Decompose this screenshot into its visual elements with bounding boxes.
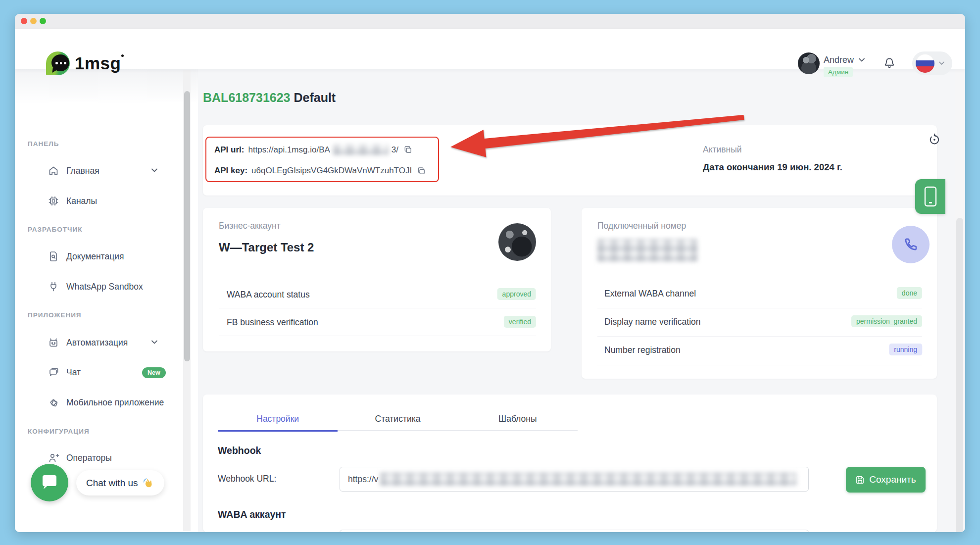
user-avatar[interactable]	[798, 52, 820, 74]
smartphone-icon	[923, 186, 938, 207]
api-key-label: API key:	[214, 166, 247, 176]
chat-with-us-button[interactable]: Chat with us	[76, 470, 164, 495]
api-key-row: API key: u6qOLEgGIsipsVG4GkDWaVnWTzuhTOJ…	[214, 166, 426, 176]
divider	[219, 336, 536, 336]
logo[interactable]: 1msg	[46, 50, 121, 76]
tab-statistics[interactable]: Статистика	[338, 410, 457, 430]
page-scrollbar-thumb[interactable]	[956, 218, 963, 532]
chevron-down-icon[interactable]	[858, 57, 865, 62]
logo-text: 1msg	[75, 53, 121, 73]
sidebar-scrollbar[interactable]	[183, 70, 191, 531]
chevron-down-icon	[938, 61, 945, 65]
channel-status: Активный	[703, 145, 742, 155]
minimize-button[interactable]	[30, 18, 37, 24]
status-badge: verified	[504, 316, 536, 328]
user-role-badge: Админ	[824, 67, 853, 77]
sidebar-item-label: Документация	[66, 251, 124, 262]
chip-icon	[48, 195, 59, 207]
history-icon[interactable]	[928, 133, 941, 147]
sidebar-item-label: Автоматизация	[66, 338, 128, 348]
status-badge: permission_granted	[851, 315, 922, 327]
status-badge: approved	[497, 288, 536, 300]
sidebar-section-configuration: КОНФИГУРАЦИЯ	[28, 428, 90, 435]
language-selector[interactable]	[912, 51, 952, 75]
business-account-label: Бизнес-аккаунт	[219, 221, 281, 231]
sidebar-item-label: WhatsApp Sandbox	[66, 282, 143, 292]
api-url-value-end: 3/	[392, 145, 398, 155]
waba-section-title: WABA аккаунт	[218, 509, 286, 520]
user-name[interactable]: Andrew	[824, 55, 854, 65]
chat-launcher-button[interactable]	[31, 464, 68, 501]
sidebar-item-label: Операторы	[66, 453, 112, 463]
sidebar-item-label: Мобильное приложение	[66, 397, 164, 408]
divider	[219, 308, 536, 308]
copy-icon[interactable]	[417, 166, 426, 176]
notifications-bell-icon[interactable]	[883, 57, 896, 70]
sidebar-item-automation[interactable]: Автоматизация	[48, 335, 128, 350]
divider	[597, 336, 922, 337]
webhook-section-title: Webhook	[218, 445, 261, 456]
status-row-label: WABA account status	[227, 290, 310, 300]
channel-name: Default	[294, 91, 336, 104]
status-badge: done	[897, 287, 922, 299]
close-button[interactable]	[21, 18, 27, 24]
sidebar-item-main[interactable]: Главная	[48, 163, 99, 179]
business-account-name: W—Target Test 2	[219, 241, 314, 254]
webhook-url-label: Webhook URL:	[218, 474, 276, 484]
sidebar-section-developer: РАЗРАБОТЧИК	[28, 226, 82, 233]
chat-bubble-icon	[40, 474, 59, 491]
logo-bubble-icon	[46, 50, 72, 76]
sidebar-item-label: Каналы	[66, 196, 97, 206]
robot-icon	[48, 337, 59, 348]
sidebar-item-label: Главная	[66, 166, 99, 176]
wave-emoji-icon	[143, 477, 154, 489]
copy-icon[interactable]	[403, 145, 413, 154]
api-credentials-box: API url: https://api.1msg.io/BA 3/ API k…	[205, 137, 439, 182]
sidebar-item-whatsapp-sandbox[interactable]: WhatsApp Sandbox	[48, 279, 143, 295]
mobile-app-icon	[48, 396, 59, 408]
sidebar-item-mobile-app[interactable]: Мобильное приложение	[48, 395, 164, 410]
chat-with-us-label: Chat with us	[86, 478, 138, 489]
tab-settings[interactable]: Настройки	[218, 410, 338, 430]
redacted-webhook-url	[380, 473, 796, 486]
new-badge: New	[142, 367, 166, 378]
sidebar-item-documentation[interactable]: Документация	[48, 248, 124, 264]
sidebar-scrollbar-thumb[interactable]	[184, 91, 190, 361]
divider	[597, 308, 922, 308]
chevron-down-icon[interactable]	[151, 340, 158, 345]
phone-icon	[902, 236, 919, 253]
document-search-icon	[48, 250, 59, 262]
api-url-row: API url: https://api.1msg.io/BA 3/	[214, 145, 413, 155]
status-row-label: Number registration	[604, 345, 681, 355]
status-row-label: Display name verification	[604, 317, 701, 327]
webhook-url-input[interactable]: https://v	[340, 467, 809, 492]
page-title: BAL618731623 Default	[203, 91, 336, 105]
sidebar-item-label: Чат	[66, 367, 81, 378]
sidebar-item-operators[interactable]: Операторы	[48, 450, 112, 466]
home-icon	[48, 165, 59, 177]
chevron-down-icon[interactable]	[151, 168, 158, 173]
channel-id: BAL618731623	[203, 91, 291, 104]
api-url-value-start: https://api.1msg.io/BA	[248, 145, 330, 155]
api-key-value: u6qOLEgGIsipsVG4GkDWaVnWTzuhTOJI	[251, 166, 412, 176]
app-header: 1msg Andrew Админ	[15, 29, 965, 69]
sidebar-section-panel: ПАНЕЛЬ	[28, 140, 59, 148]
redacted-api-url	[333, 145, 389, 155]
mobile-app-side-tab[interactable]	[915, 179, 945, 214]
redacted-phone-number	[597, 239, 697, 261]
save-button[interactable]: Сохранить	[846, 467, 926, 493]
add-user-icon	[48, 452, 59, 464]
window-titlebar	[15, 14, 965, 29]
fullscreen-button[interactable]	[40, 18, 46, 24]
browser-window: 1msg Andrew Админ ПАНЕЛЬ Главная Каналы …	[15, 14, 965, 532]
tab-templates[interactable]: Шаблоны	[458, 410, 578, 430]
page-scrollbar[interactable]	[955, 69, 964, 532]
tab-bar: Настройки Статистика Шаблоны	[218, 410, 578, 431]
russian-flag-icon	[916, 54, 934, 73]
screenshot-root: { "header": { "logo_text": "1msg", "user…	[0, 0, 980, 545]
sidebar-item-chat[interactable]: Чат	[48, 364, 81, 380]
status-row-label: FB business verification	[227, 317, 318, 328]
sidebar-item-channels[interactable]: Каналы	[48, 193, 97, 209]
waba-account-input[interactable]	[340, 530, 809, 532]
divider	[597, 365, 922, 365]
